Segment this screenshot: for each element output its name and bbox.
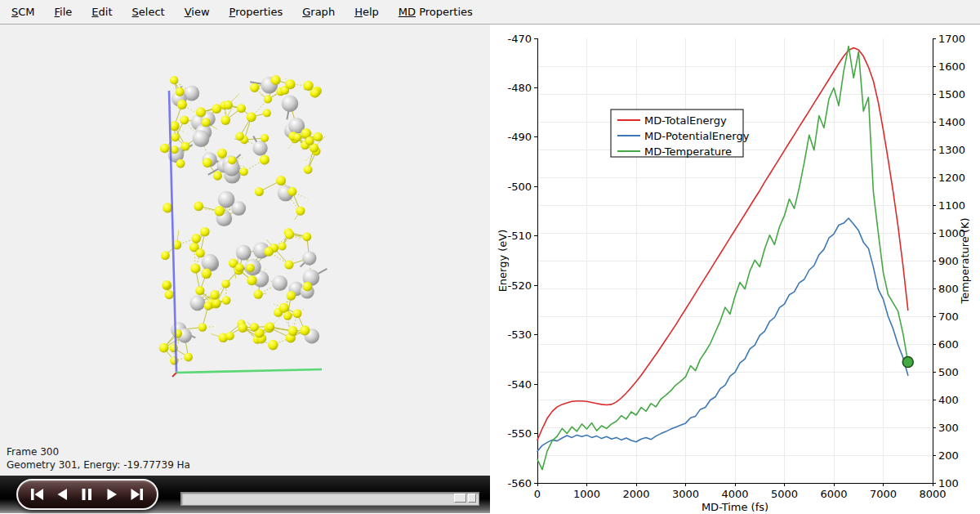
pause-icon — [79, 488, 95, 501]
menu-help[interactable]: Help — [345, 0, 389, 24]
grid-lines — [537, 38, 933, 483]
legend-label: MD-TotalEnergy — [644, 114, 727, 127]
y-left-tick-label: -480 — [507, 82, 532, 94]
menu-file[interactable]: File — [45, 0, 82, 24]
menu-mnemonic: E — [91, 6, 98, 18]
frame-label: Frame 300 — [7, 445, 190, 458]
y-left-tick-label: -550 — [507, 427, 532, 440]
md-graph[interactable]: 010002000300040005000600070008000-470-48… — [490, 25, 980, 513]
y-left-tick-label: -530 — [507, 329, 532, 341]
x-tick-label: 7000 — [870, 488, 897, 500]
x-tick-label: 2000 — [622, 488, 649, 500]
y-right-axis-title: Temperature (K) — [959, 217, 971, 304]
menu-view[interactable]: View — [175, 0, 220, 24]
y-left-tick-label: -470 — [507, 33, 532, 45]
y-right-tick-label: 500 — [938, 366, 959, 378]
y-left-tick-label: -520 — [507, 279, 532, 292]
y-right-tick-label: 600 — [938, 338, 959, 351]
main-area: Frame 300 Geometry 301, Energy: -19.7773… — [0, 25, 980, 513]
y-left-tick-label: -510 — [507, 230, 532, 242]
y-right-tick-label: 1200 — [938, 172, 965, 184]
y-right-tick-label: 1600 — [938, 60, 965, 73]
current-frame-marker[interactable] — [902, 357, 913, 368]
molecule-render — [0, 25, 490, 476]
y-left-tick-label: -500 — [507, 181, 532, 193]
y-right-tick-label: 700 — [938, 311, 959, 323]
x-tick-label: 3000 — [672, 488, 699, 500]
y-right-tick-label: 800 — [938, 283, 959, 295]
menu-mnemonic: MD — [399, 6, 416, 18]
molecule-viewer-panel: Frame 300 Geometry 301, Energy: -19.7773… — [0, 25, 490, 513]
playback-bar — [0, 476, 490, 513]
menu-mnemonic: G — [302, 6, 310, 18]
y-right-tick-label: 1700 — [938, 33, 965, 45]
md-graph-panel: 010002000300040005000600070008000-470-48… — [490, 25, 980, 513]
y-right-tick-label: 900 — [938, 255, 959, 267]
play-button[interactable] — [105, 488, 120, 501]
frame-slider-thumb-grip[interactable] — [454, 494, 466, 503]
x-tick-label: 0 — [534, 488, 541, 500]
menu-scm[interactable]: SCM — [2, 0, 45, 24]
frame-slider-thumb[interactable] — [454, 494, 476, 503]
frame-info: Frame 300 Geometry 301, Energy: -19.7773… — [7, 445, 190, 472]
frame-slider[interactable] — [180, 492, 479, 506]
series-md-totalenergy — [537, 48, 908, 440]
menu-mnemonic: P — [229, 6, 236, 18]
menu-mnemonic: F — [55, 6, 60, 18]
legend-label: MD-PotentialEnergy — [644, 130, 750, 142]
x-tick-label: 6000 — [820, 488, 847, 500]
menu-edit[interactable]: Edit — [82, 0, 122, 24]
geometry-energy-label: Geometry 301, Energy: -19.77739 Ha — [7, 458, 190, 472]
pause-button[interactable] — [79, 488, 95, 501]
y-right-tick-label: 200 — [938, 449, 959, 462]
y-left-tick-label: -560 — [507, 477, 532, 489]
y-right-tick-label: 1400 — [938, 116, 965, 128]
skip-to-start-icon — [29, 488, 45, 501]
menu-md-properties[interactable]: MD Properties — [389, 0, 483, 24]
molecule-3d-viewport[interactable]: Frame 300 Geometry 301, Energy: -19.7773… — [0, 25, 490, 476]
legend: MD-TotalEnergyMD-PotentialEnergyMD-Tempe… — [611, 110, 750, 158]
step-back-icon — [55, 488, 70, 501]
frame-slider-thumb-grip[interactable] — [468, 494, 476, 503]
y-right-tick-label: 1300 — [938, 144, 965, 156]
menu-mnemonic: H — [354, 6, 363, 18]
menu-bar: SCMFileEditSelectViewPropertiesGraphHelp… — [0, 0, 980, 25]
y-right-tick-label: 1500 — [938, 88, 965, 101]
y-right-tick-label: 400 — [938, 394, 959, 406]
series-md-potentialenergy — [537, 218, 908, 451]
menu-mnemonic: S — [132, 6, 139, 18]
menu-mnemonic: S — [11, 6, 18, 18]
skip-to-end-button[interactable] — [130, 488, 145, 501]
x-tick-label: 5000 — [771, 488, 798, 500]
y-right-tick-label: 300 — [938, 422, 959, 434]
y-left-axis-title: Energy (eV) — [497, 230, 509, 293]
x-tick-label: 8000 — [919, 488, 946, 500]
skip-to-start-button[interactable] — [29, 488, 45, 501]
y-right-tick-label: 100 — [938, 477, 959, 489]
skip-to-end-icon — [130, 488, 145, 501]
menu-graph[interactable]: Graph — [292, 0, 345, 24]
play-icon — [105, 488, 120, 501]
menu-properties[interactable]: Properties — [220, 0, 293, 24]
playback-controls — [16, 479, 158, 510]
amsmovie-window: SCMFileEditSelectViewPropertiesGraphHelp… — [0, 0, 980, 514]
menu-mnemonic: V — [185, 6, 192, 18]
menu-select[interactable]: Select — [122, 0, 175, 24]
step-back-button[interactable] — [55, 488, 70, 501]
y-left-tick-label: -490 — [507, 131, 532, 143]
x-axis-title: MD-Time (fs) — [702, 501, 768, 513]
y-right-tick-label: 1100 — [938, 199, 965, 212]
y-left-tick-label: -540 — [507, 378, 532, 391]
x-tick-label: 1000 — [573, 488, 600, 500]
legend-label: MD-Temperature — [644, 145, 732, 158]
x-tick-label: 4000 — [721, 488, 748, 500]
